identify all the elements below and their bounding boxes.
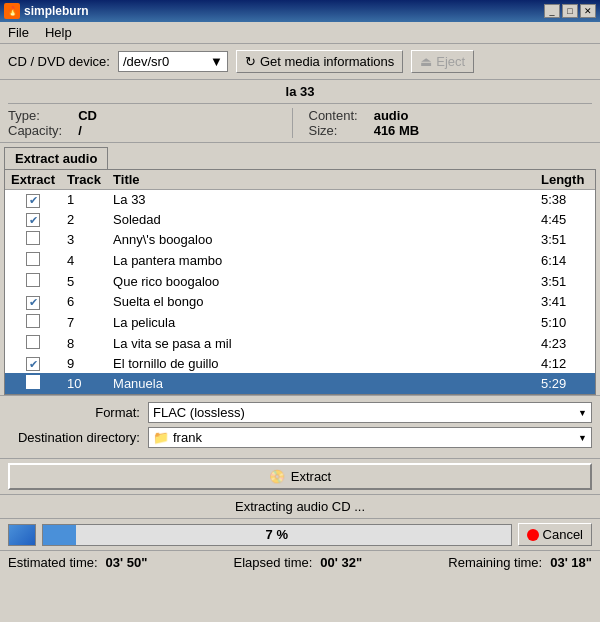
capacity-value: / [78, 123, 97, 138]
folder-icon: 📁 [153, 430, 169, 445]
progress-label: 7 % [43, 525, 511, 545]
size-label: Size: [309, 123, 358, 138]
table-header-row: Extract Track Title Length [5, 170, 595, 190]
row-title: La vita se pasa a mil [107, 333, 535, 354]
progress-bar: 7 % [42, 524, 512, 546]
row-checkbox[interactable] [5, 312, 61, 333]
tab-extract-audio[interactable]: Extract audio [4, 147, 108, 169]
row-title: Que rico boogaloo [107, 271, 535, 292]
row-title: Anny\'s boogaloo [107, 229, 535, 250]
times-bar: Estimated time: 03' 50" Elapsed time: 00… [0, 550, 600, 574]
row-track: 1 [61, 190, 107, 210]
row-track: 4 [61, 250, 107, 271]
table-row[interactable]: 5 Que rico boogaloo 3:51 [5, 271, 595, 292]
row-track: 9 [61, 354, 107, 374]
elapsed-value: 00' 32" [320, 555, 362, 570]
row-title: El tornillo de guillo [107, 354, 535, 374]
row-track: 2 [61, 210, 107, 230]
table-row[interactable]: ✔ 2 Soledad 4:45 [5, 210, 595, 230]
row-title: La pantera mambo [107, 250, 535, 271]
estimated-time-group: Estimated time: 03' 50" [8, 555, 147, 570]
row-checkbox[interactable]: ✔ [5, 190, 61, 210]
format-row: Format: FLAC (lossless) ▼ [8, 402, 592, 423]
row-track: 8 [61, 333, 107, 354]
close-button[interactable]: ✕ [580, 4, 596, 18]
status-message: Extracting audio CD ... [235, 499, 365, 514]
progress-icon [8, 524, 36, 546]
remaining-time-group: Remaining time: 03' 18" [448, 555, 592, 570]
table-row[interactable]: ✔ 1 La 33 5:38 [5, 190, 595, 210]
row-title: La pelicula [107, 312, 535, 333]
window-controls: _ □ ✕ [544, 4, 596, 18]
extract-icon: 📀 [269, 469, 285, 484]
row-checkbox[interactable] [5, 333, 61, 354]
row-length: 3:41 [535, 292, 595, 312]
row-length: 6:14 [535, 250, 595, 271]
row-checkbox[interactable] [5, 250, 61, 271]
table-row[interactable]: 8 La vita se pasa a mil 4:23 [5, 333, 595, 354]
menu-file[interactable]: File [4, 24, 33, 41]
menu-help[interactable]: Help [41, 24, 76, 41]
row-checkbox[interactable] [5, 271, 61, 292]
row-length: 4:23 [535, 333, 595, 354]
row-track: 5 [61, 271, 107, 292]
table-row[interactable]: 4 La pantera mambo 6:14 [5, 250, 595, 271]
capacity-label: Capacity: [8, 123, 62, 138]
row-length: 3:51 [535, 271, 595, 292]
cancel-label: Cancel [543, 527, 583, 542]
row-checkbox[interactable]: ✔ [5, 210, 61, 230]
track-table: Extract Track Title Length ✔ 1 La 33 5:3… [4, 169, 596, 395]
type-label: Type: [8, 108, 62, 123]
cancel-icon [527, 529, 539, 541]
remaining-value: 03' 18" [550, 555, 592, 570]
eject-button[interactable]: ⏏ Eject [411, 50, 474, 73]
destination-label: Destination directory: [8, 430, 148, 445]
extract-button[interactable]: 📀 Extract [8, 463, 592, 490]
row-checkbox[interactable]: ✔ [5, 354, 61, 374]
row-checkbox[interactable] [5, 373, 61, 394]
minimize-button[interactable]: _ [544, 4, 560, 18]
row-length: 4:45 [535, 210, 595, 230]
row-length: 5:29 [535, 373, 595, 394]
extract-section: 📀 Extract [0, 458, 600, 494]
row-title: Suelta el bongo [107, 292, 535, 312]
estimated-label: Estimated time: [8, 555, 98, 570]
table-row[interactable]: ✔ 9 El tornillo de guillo 4:12 [5, 354, 595, 374]
destination-select[interactable]: 📁 frank ▼ [148, 427, 592, 448]
device-select[interactable]: /dev/sr0 ▼ [118, 51, 228, 72]
status-bar: Extracting audio CD ... [0, 494, 600, 518]
col-extract: Extract [5, 170, 61, 190]
row-length: 5:10 [535, 312, 595, 333]
menubar: File Help [0, 22, 600, 44]
row-length: 4:12 [535, 354, 595, 374]
app-icon: 🔥 [4, 3, 20, 19]
toolbar: CD / DVD device: /dev/sr0 ▼ ↻ Get media … [0, 44, 600, 80]
table-row[interactable]: ✔ 6 Suelta el bongo 3:41 [5, 292, 595, 312]
content-value: audio [374, 108, 420, 123]
row-title: Soledad [107, 210, 535, 230]
titlebar: 🔥 simpleburn _ □ ✕ [0, 0, 600, 22]
track-table-container: Extract Track Title Length ✔ 1 La 33 5:3… [4, 169, 596, 395]
eject-icon: ⏏ [420, 54, 432, 69]
destination-value: frank [173, 430, 578, 445]
tab-bar: Extract audio [0, 143, 600, 169]
format-label: Format: [8, 405, 148, 420]
row-title: Manuela [107, 373, 535, 394]
table-row[interactable]: 7 La pelicula 5:10 [5, 312, 595, 333]
get-media-button[interactable]: ↻ Get media informations [236, 50, 403, 73]
refresh-icon: ↻ [245, 54, 256, 69]
row-checkbox[interactable]: ✔ [5, 292, 61, 312]
row-track: 10 [61, 373, 107, 394]
destination-row: Destination directory: 📁 frank ▼ [8, 427, 592, 448]
window-title: simpleburn [24, 4, 89, 18]
remaining-label: Remaining time: [448, 555, 542, 570]
format-select[interactable]: FLAC (lossless) ▼ [148, 402, 592, 423]
table-row[interactable]: 3 Anny\'s boogaloo 3:51 [5, 229, 595, 250]
cancel-button[interactable]: Cancel [518, 523, 592, 546]
table-row[interactable]: 10 Manuela 5:29 [5, 373, 595, 394]
elapsed-time-group: Elapsed time: 00' 32" [234, 555, 363, 570]
media-info: la 33 Type: Capacity: CD / Content: Size… [0, 80, 600, 143]
row-title: La 33 [107, 190, 535, 210]
row-checkbox[interactable] [5, 229, 61, 250]
maximize-button[interactable]: □ [562, 4, 578, 18]
